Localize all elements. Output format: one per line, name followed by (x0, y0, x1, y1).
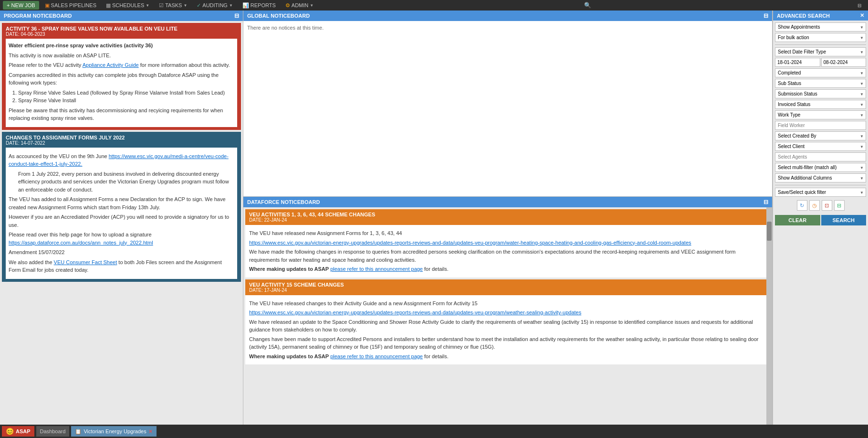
df-notice1-suffix: for details. (424, 266, 449, 272)
df-notice1-url[interactable]: https://www.esc.vic.gov.au/victorian-ene… (249, 240, 691, 246)
separator-1 (775, 44, 866, 45)
topbar-toggle[interactable]: ⊟ (858, 3, 865, 8)
quick-filter-wrap: Save/Select quick filter (775, 188, 866, 197)
dataforce-noticeboard-title: DATAFORCE NOTICEBOARD (247, 199, 320, 205)
advanced-search-close[interactable]: ✕ (860, 12, 864, 19)
new-job-button[interactable]: + NEW JOB (3, 1, 39, 10)
veu-tab-close[interactable]: ✕ (148, 428, 153, 435)
df-notice2-announce-link[interactable]: please refer to this announcement page (330, 353, 423, 359)
veu-link-1[interactable]: https://www.esc.vic.gov.au/medi-a-centre… (9, 153, 229, 167)
df-notice1-p2: We have made the following changes in re… (249, 248, 766, 264)
new-job-label: + NEW JOB (7, 2, 35, 8)
scroll-track (766, 207, 772, 425)
advanced-search-header: ADVANCED SEARCH ✕ (773, 11, 868, 21)
global-noticeboard-close[interactable]: ⊟ (763, 12, 768, 19)
work-type-select[interactable]: Work Type (775, 110, 866, 119)
df-notice2-bold: Where making updates to ASAP (249, 353, 329, 359)
changes-notice-1-p3: The VEU has added to all Assignment Form… (9, 195, 234, 211)
activity-notice-1-bold: Water efficient pre-rinse spray valve ac… (9, 43, 153, 48)
dataforce-notice-1-title: VEU ACTIVITIES 1, 3, 6, 43, 44 SCHEME CH… (249, 212, 766, 217)
df-notice1-announce-link[interactable]: please refer to this announcement page (330, 266, 423, 272)
signature-help-link[interactable]: https://asap.dataforce.com.au/docs/ann_n… (9, 240, 153, 246)
additional-columns-select[interactable]: Show Additional Columns (775, 173, 866, 182)
advanced-search-title: ADVANCED SEARCH (777, 13, 830, 19)
veu-tab-icon: 📋 (75, 428, 82, 435)
invoiced-status-wrap: Invoiced Status (775, 100, 866, 109)
consumer-fact-sheet-link[interactable]: VEU Consumer Fact Sheet (54, 259, 117, 265)
quick-filter-select[interactable]: Save/Select quick filter (775, 188, 866, 197)
dataforce-noticeboard-close[interactable]: ⊟ (763, 199, 768, 205)
veu-tab[interactable]: 📋 Victorian Energy Upgrades ✕ (71, 426, 156, 437)
for-bulk-action-select[interactable]: For bulk action (775, 33, 866, 42)
client-select[interactable]: Select Client (775, 142, 866, 151)
changes-notice-1-body: As accounced by the VEU on the 9th June … (6, 148, 237, 279)
activity-notice-1: ACTIVITY 36 - SPRAY RINSE VALVES NOW AVA… (2, 23, 241, 130)
search-icon[interactable]: 🔍 (582, 2, 593, 9)
submission-status-select[interactable]: Submission Status (775, 89, 866, 98)
df-notice1-bold: Where making updates to ASAP (249, 266, 329, 272)
activity-notice-1-p4: Please be aware that this activity has d… (9, 107, 234, 122)
df-notice2-url[interactable]: https://www.esc.vic.gov.au/victorian-ene… (249, 310, 581, 315)
scroll-thumb[interactable] (767, 222, 772, 241)
adv-action-row: CLEAR SEARCH (775, 215, 866, 225)
save-icon-btn[interactable]: ⊟ (834, 200, 845, 211)
sales-pipelines-nav[interactable]: ▣ SALES PIPELINES (41, 1, 100, 10)
bookmark-icon-btn[interactable]: ⊡ (822, 200, 832, 211)
completed-select[interactable]: Completed (775, 68, 866, 77)
auditing-nav[interactable]: ✓ AUDITING ▼ (193, 1, 236, 10)
dashboard-tab[interactable]: Dashboard (36, 426, 70, 437)
activity-notice-1-p1: This activity is now available on ASAP L… (9, 52, 234, 60)
global-no-notices: There are no notices at this time. (247, 25, 324, 31)
df-notice2-p2: We have released an update to the Space … (249, 318, 766, 334)
admin-nav[interactable]: ⚙ ADMIN ▼ (282, 1, 317, 10)
veu-tab-label: Victorian Energy Upgrades (84, 428, 146, 434)
activity-notice-1-title: ACTIVITY 36 - SPRAY RINSE VALVES NOW AVA… (6, 26, 237, 32)
dataforce-notice-1-date: DATE: 22-JAN-24 (249, 217, 766, 223)
dataforce-noticeboard-body: VEU ACTIVITIES 1, 3, 6, 43, 44 SCHEME CH… (243, 207, 772, 425)
schedules-nav[interactable]: ▦ SCHEDULES ▼ (102, 1, 153, 10)
program-noticeboard-panel: PROGRAM NOTICEBOARD ⊟ ACTIVITY 36 - SPRA… (0, 11, 243, 425)
middle-panel: GLOBAL NOTICEBOARD ⊟ There are no notice… (243, 11, 773, 425)
activity-notice-1-date: DATE: 04-06-2023 (6, 32, 237, 37)
clear-button[interactable]: CLEAR (775, 215, 820, 225)
save-icon: ⊟ (837, 203, 841, 209)
date-from-input[interactable] (775, 58, 820, 67)
top-navbar: + NEW JOB ▣ SALES PIPELINES ▦ SCHEDULES … (0, 0, 868, 11)
show-appointments-wrap: Show Appointments (775, 22, 866, 32)
df-notice2-p1: The VEU have released changes to their A… (249, 299, 766, 308)
taskbar-logo-label: ASAP (16, 428, 31, 434)
dataforce-notice-2-body: The VEU have released changes to their A… (245, 295, 770, 365)
date-filter-type-select[interactable]: Select Date Filter Type (775, 47, 866, 56)
separator-2 (775, 185, 866, 185)
field-worker-input[interactable] (775, 121, 866, 130)
multi-filter-select[interactable]: Select multi-filter (match all) (775, 163, 866, 172)
sub-status-select[interactable]: Sub Status (775, 79, 866, 88)
global-noticeboard-body: There are no notices at this time. (243, 21, 772, 196)
program-noticeboard-close[interactable]: ⊟ (234, 12, 239, 19)
search-button[interactable]: SEARCH (821, 215, 867, 225)
activity-notice-1-p2: Please refer to the VEU activity Applian… (9, 61, 234, 69)
dataforce-notice-1-header: VEU ACTIVITIES 1, 3, 6, 43, 44 SCHEME CH… (245, 209, 770, 225)
invoiced-status-select[interactable]: Invoiced Status (775, 100, 866, 109)
program-noticeboard-content: ACTIVITY 36 - SPRAY RINSE VALVES NOW AVA… (0, 21, 243, 425)
agents-input[interactable] (775, 152, 866, 161)
changes-notice-1-p4: However if you are an Accrediated Provid… (9, 213, 234, 229)
refresh-icon-btn[interactable]: ↻ (797, 200, 807, 211)
show-appointments-select[interactable]: Show Appointments (775, 22, 866, 32)
changes-notice-1-p2: From 1 July 2022, every person and busin… (18, 170, 234, 194)
df-notice1-p1: The VEU have released new Assignment For… (249, 229, 766, 237)
created-by-select[interactable]: Select Created By (775, 131, 866, 140)
advanced-search-body: Show Appointments For bulk action Select… (773, 21, 868, 425)
clock-icon-btn[interactable]: ◷ (809, 200, 820, 211)
df-notice2-suffix: for details. (424, 353, 449, 359)
global-noticeboard-header: GLOBAL NOTICEBOARD ⊟ (243, 11, 772, 21)
multi-filter-wrap: Select multi-filter (match all) (775, 163, 866, 172)
dataforce-notice-2-header: VEU ACTIVITY 15 SCHEME CHANGES DATE: 17-… (245, 279, 770, 295)
reports-nav[interactable]: 📊 REPORTS (239, 1, 280, 10)
tasks-nav[interactable]: ☑ TASKS ▼ (155, 1, 191, 10)
taskbar-logo: 😊 ASAP (2, 426, 34, 437)
date-range-row (775, 58, 866, 67)
date-to-input[interactable] (821, 58, 867, 67)
appliance-guide-link[interactable]: Appliance Activity Guide (83, 62, 139, 68)
activity-notice-1-list: Spray Rinse Valve Sales Lead (followed b… (18, 89, 234, 105)
